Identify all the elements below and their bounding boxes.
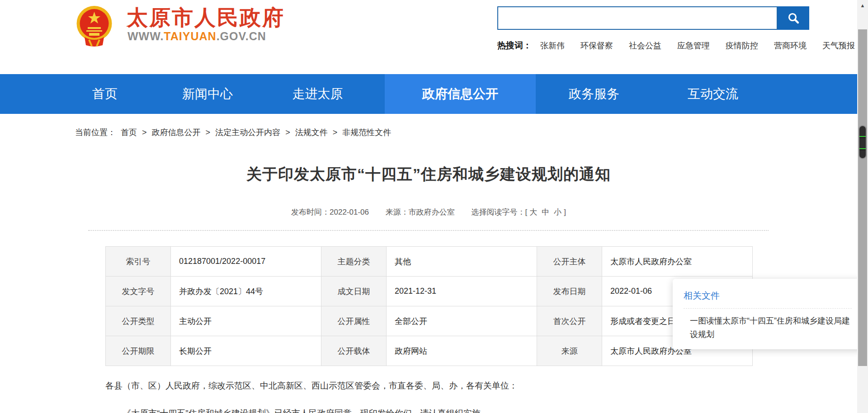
- source-label: 来源：: [386, 208, 409, 216]
- info-label-disclosing-body: 公开主体: [537, 247, 602, 277]
- publish-time-label: 发布时间：: [291, 208, 330, 216]
- document-info-table: 索引号 012187001/2022-00017 主题分类 其他 公开主体 太原…: [105, 246, 753, 366]
- info-value-index-number: 012187001/2022-00017: [171, 247, 321, 277]
- hot-keywords-row: 热搜词： 张新伟 环保督察 社会公益 应急管理 疫情防控 营商环境 天气预报: [497, 40, 832, 52]
- hot-keyword-link[interactable]: 应急管理: [677, 41, 710, 50]
- info-value-document-number: 并政办发〔2021〕44号: [171, 277, 321, 306]
- breadcrumb-item-regulations[interactable]: 法规文件: [295, 128, 328, 137]
- font-size-large-button[interactable]: 大: [529, 208, 537, 216]
- hot-keyword-link[interactable]: 疫情防控: [726, 41, 758, 50]
- breadcrumb-separator: >: [142, 128, 147, 137]
- info-label-publish-date: 发布日期: [537, 277, 602, 306]
- hot-keyword-link[interactable]: 环保督察: [580, 41, 613, 50]
- info-label-written-date: 成文日期: [321, 277, 387, 306]
- info-value-topic-category: 其他: [387, 247, 537, 277]
- breadcrumb-item-statutory-disclosure[interactable]: 法定主动公开内容: [215, 128, 280, 137]
- site-header: 太原市人民政府 WWW.TAIYUAN.GOV.CN 热搜词： 张新伟 环保督察…: [0, 0, 857, 74]
- info-label-source: 来源: [537, 336, 602, 366]
- font-size-small-button[interactable]: 小: [554, 208, 561, 216]
- info-label-document-number: 发文字号: [106, 277, 171, 306]
- font-size-label: 选择阅读字号：: [471, 208, 525, 216]
- table-row: 公开类型 主动公开 公开属性 全部公开 首次公开 形成或者变更之日: [106, 306, 753, 336]
- hot-keywords-label: 热搜词：: [497, 41, 532, 50]
- info-value-disclosure-attribute: 全部公开: [387, 306, 537, 336]
- related-files-popup: 相关文件 一图读懂太原市“十四五”住房和城乡建设局建设规划: [673, 279, 863, 349]
- nav-item-news[interactable]: 新闻中心: [165, 74, 250, 114]
- info-label-index-number: 索引号: [106, 247, 171, 277]
- info-value-disclosing-body: 太原市人民政府办公室: [602, 247, 753, 277]
- site-url-suffix: .GOV.CN: [217, 30, 266, 42]
- info-label-first-disclosure: 首次公开: [537, 306, 602, 336]
- breadcrumb-item-home[interactable]: 首页: [121, 128, 137, 137]
- hot-keyword-link[interactable]: 张新伟: [540, 41, 565, 50]
- breadcrumb: 当前位置： 首页 > 政府信息公开 > 法定主动公开内容 > 法规文件 > 非规…: [75, 127, 394, 138]
- source: 来源：市政府办公室: [386, 208, 455, 216]
- info-label-disclosure-attribute: 公开属性: [321, 306, 387, 336]
- nav-item-gov-info-disclosure[interactable]: 政府信息公开: [385, 74, 536, 114]
- scrollbar-thumb[interactable]: [858, 29, 867, 366]
- search-icon: [787, 12, 800, 24]
- publish-date-value: 2022-01-06: [330, 208, 369, 216]
- font-size-medium-button[interactable]: 中: [542, 208, 549, 216]
- popup-divider: [684, 308, 852, 309]
- table-row: 公开期限 长期公开 公开载体 政府网站 来源 太原市人民政府办公室: [106, 336, 753, 366]
- related-file-link[interactable]: 一图读懂太原市“十四五”住房和城乡建设局建设规划: [684, 314, 852, 341]
- body-paragraph-notice: 《太原市“十四五”住房和城乡建设规划》已经市人民政府同意，现印发给你们，请认真组…: [105, 407, 752, 413]
- info-value-disclosure-type: 主动公开: [171, 306, 321, 336]
- hot-keyword-link[interactable]: 社会公益: [629, 41, 661, 50]
- bracket-open: [: [525, 208, 527, 216]
- info-label-disclosure-period: 公开期限: [106, 336, 171, 366]
- publish-time: 发布时间：2022-01-06: [291, 208, 369, 216]
- table-row: 索引号 012187001/2022-00017 主题分类 其他 公开主体 太原…: [106, 247, 753, 277]
- search-button[interactable]: [778, 6, 809, 30]
- nav-item-about-taiyuan[interactable]: 走进太原: [250, 74, 385, 114]
- dotted-divider: [88, 230, 769, 231]
- info-label-topic-category: 主题分类: [321, 247, 387, 277]
- article-meta-row: 发布时间：2022-01-06 来源：市政府办公室 选择阅读字号：[大中小]: [105, 207, 752, 217]
- search-box: [497, 6, 778, 30]
- breadcrumb-item-gov-info[interactable]: 政府信息公开: [152, 128, 201, 137]
- hot-keyword-link[interactable]: 天气预报: [822, 41, 855, 50]
- national-emblem-logo: [75, 5, 113, 47]
- info-value-disclosure-period: 长期公开: [171, 336, 321, 366]
- breadcrumb-separator: >: [206, 128, 211, 137]
- table-row: 发文字号 并政办发〔2021〕44号 成文日期 2021-12-31 发布日期 …: [106, 277, 753, 306]
- nav-item-home[interactable]: 首页: [45, 74, 165, 114]
- hot-keyword-link[interactable]: 营商环境: [774, 41, 807, 50]
- breadcrumb-separator: >: [333, 128, 338, 137]
- page: 太原市人民政府 WWW.TAIYUAN.GOV.CN 热搜词： 张新伟 环保督察…: [0, 0, 868, 413]
- info-value-disclosure-carrier: 政府网站: [387, 336, 537, 366]
- info-label-disclosure-type: 公开类型: [106, 306, 171, 336]
- search-input[interactable]: [498, 7, 777, 29]
- bracket-close: ]: [564, 208, 566, 216]
- font-size-selector: 选择阅读字号：[大中小]: [471, 208, 566, 216]
- scrollbar-green-striped-marker[interactable]: [859, 125, 867, 159]
- site-url-domain: TAIYUAN: [164, 30, 216, 42]
- breadcrumb-separator: >: [285, 128, 290, 137]
- page-scrollbar[interactable]: ▲: [857, 0, 868, 413]
- site-url-www: WWW.: [127, 30, 164, 42]
- nav-item-gov-services[interactable]: 政务服务: [536, 74, 652, 114]
- breadcrumb-label: 当前位置：: [75, 128, 116, 137]
- site-url: WWW.TAIYUAN.GOV.CN: [127, 30, 266, 43]
- info-value-written-date: 2021-12-31: [387, 277, 537, 306]
- breadcrumb-item-non-normative[interactable]: 非规范性文件: [342, 128, 391, 137]
- scrollbar-up-arrow-icon[interactable]: ▲: [857, 0, 868, 11]
- nav-item-interaction[interactable]: 互动交流: [652, 74, 774, 114]
- site-title: 太原市人民政府: [127, 4, 285, 32]
- body-paragraph-recipients: 各县（市、区）人民政府，综改示范区、中北高新区、西山示范区管委会，市直各委、局、…: [105, 380, 752, 392]
- info-label-disclosure-carrier: 公开载体: [321, 336, 387, 366]
- page-title: 关于印发太原市“十四五”住房和城乡建设规划的通知: [105, 164, 752, 185]
- source-value: 市政府办公室: [409, 208, 455, 216]
- related-files-title: 相关文件: [684, 290, 852, 302]
- main-nav: 首页 新闻中心 走进太原 政府信息公开 政务服务 互动交流: [0, 74, 857, 114]
